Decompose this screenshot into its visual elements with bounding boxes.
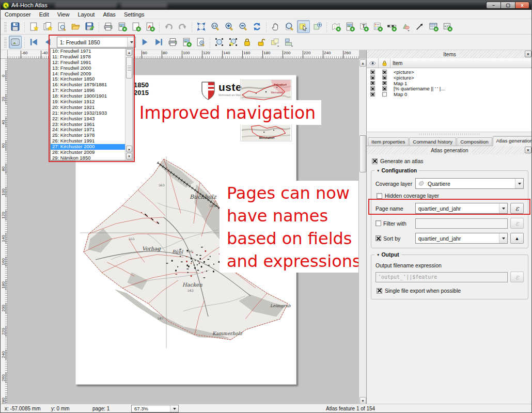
items-panel-close-icon[interactable]: × bbox=[525, 51, 531, 57]
dropdown-item[interactable]: 29: Nänikon 1850 bbox=[51, 155, 125, 160]
item-visible-checkbox[interactable] bbox=[370, 86, 375, 91]
scroll-down-icon[interactable]: ▼ bbox=[359, 397, 366, 404]
dropdown-scroll-thumb[interactable] bbox=[126, 57, 132, 78]
dropdown-scroll-up-icon[interactable]: ▲ bbox=[126, 49, 132, 56]
lock-items-button[interactable] bbox=[241, 36, 254, 49]
refresh-view-button[interactable] bbox=[251, 20, 263, 33]
panel-splitter[interactable] bbox=[367, 132, 532, 136]
item-locked-checkbox[interactable] bbox=[382, 81, 387, 86]
item-visible-checkbox[interactable] bbox=[370, 75, 375, 80]
duplicate-composition-button[interactable] bbox=[41, 20, 54, 33]
previous-feature-button[interactable] bbox=[41, 36, 54, 49]
items-list-row[interactable]: [% quartiername || ' ' |... bbox=[367, 86, 532, 91]
sort-by-combo[interactable]: quartier_und_jahr bbox=[415, 233, 508, 244]
zoom-region-button[interactable] bbox=[283, 20, 296, 33]
item-visible-checkbox[interactable] bbox=[370, 92, 375, 97]
tab-composition[interactable]: Composition bbox=[457, 137, 492, 146]
page-name-expression-button[interactable]: ε bbox=[510, 203, 524, 214]
add-arrow-button[interactable] bbox=[413, 20, 426, 33]
scroll-up-icon[interactable]: ▲ bbox=[359, 59, 366, 67]
tab-command-history[interactable]: Command history bbox=[409, 137, 456, 146]
item-locked-checkbox[interactable] bbox=[382, 86, 387, 91]
items-list-row[interactable]: Map 0 bbox=[367, 91, 532, 97]
add-attribute-table-button[interactable] bbox=[427, 20, 440, 33]
minimize-button[interactable]: – bbox=[486, 2, 500, 9]
items-list-row[interactable]: <picture> bbox=[367, 75, 532, 81]
tab-atlas-generation[interactable]: Atlas generation bbox=[493, 136, 532, 146]
item-visible-checkbox[interactable] bbox=[370, 81, 375, 86]
single-file-export-checkbox[interactable] bbox=[377, 288, 382, 294]
menu-atlas[interactable]: Atlas bbox=[99, 10, 119, 19]
group-items-button[interactable] bbox=[269, 36, 281, 49]
collapse-triangle-icon[interactable]: ▼ bbox=[377, 253, 380, 257]
redo-button[interactable] bbox=[176, 20, 189, 33]
dropdown-scroll-down-icon[interactable]: ▼ bbox=[126, 153, 132, 160]
item-column-header[interactable]: Item bbox=[390, 58, 532, 68]
add-image-button[interactable] bbox=[343, 20, 356, 33]
item-locked-checkbox[interactable] bbox=[382, 75, 387, 80]
zoom-level-combo[interactable]: 67.3% bbox=[131, 405, 179, 412]
item-visible-checkbox[interactable] bbox=[370, 70, 375, 74]
collapse-triangle-icon[interactable]: ▼ bbox=[377, 169, 380, 172]
menu-settings[interactable]: Settings bbox=[120, 10, 149, 19]
filter-expression-button[interactable]: ε bbox=[510, 218, 524, 229]
add-scalebar-button[interactable] bbox=[385, 20, 398, 33]
zoom-out-button[interactable] bbox=[237, 20, 249, 33]
select-move-item-button[interactable] bbox=[297, 20, 310, 33]
zoom-full-button[interactable] bbox=[195, 20, 208, 33]
coverage-layer-combo[interactable]: Quartiere bbox=[415, 178, 524, 189]
zoom-in-button[interactable] bbox=[223, 20, 236, 33]
canvas-vertical-scrollbar[interactable]: ▲ ▼ bbox=[358, 59, 366, 405]
align-items-button[interactable] bbox=[283, 36, 295, 49]
menu-composer[interactable]: Composer bbox=[1, 10, 35, 19]
zoom-actual-button[interactable]: 1:1 bbox=[209, 20, 222, 33]
move-item-content-button[interactable] bbox=[311, 20, 324, 33]
items-list-row[interactable]: Map 1 bbox=[367, 81, 532, 86]
first-feature-button[interactable] bbox=[27, 36, 40, 49]
tab-item-properties[interactable]: Item properties bbox=[368, 137, 409, 146]
dropdown-item[interactable]: 13: Freudwil 2000 bbox=[51, 66, 125, 71]
export-atlas-image-button[interactable] bbox=[180, 36, 193, 49]
generate-atlas-checkbox[interactable] bbox=[372, 158, 378, 164]
filter-input[interactable] bbox=[415, 218, 508, 229]
lock-column-header[interactable] bbox=[379, 58, 390, 68]
menu-layout[interactable]: Layout bbox=[73, 10, 99, 19]
sort-by-checkbox[interactable] bbox=[375, 235, 381, 241]
pan-button[interactable] bbox=[269, 20, 282, 33]
unlock-items-button[interactable] bbox=[255, 36, 268, 49]
open-folder-button[interactable] bbox=[69, 20, 82, 33]
close-button[interactable]: x bbox=[515, 2, 529, 9]
atlas-preview-button[interactable] bbox=[9, 36, 22, 49]
new-composition-button[interactable] bbox=[27, 20, 40, 33]
undo-button[interactable] bbox=[162, 20, 175, 33]
item-locked-checkbox[interactable] bbox=[382, 92, 387, 97]
item-locked-checkbox[interactable] bbox=[382, 70, 387, 74]
atlas-panel-close-icon[interactable]: × bbox=[525, 147, 531, 153]
add-label-button[interactable]: T bbox=[357, 20, 370, 33]
scrollbar-thumb[interactable] bbox=[359, 135, 366, 172]
filter-with-checkbox[interactable] bbox=[375, 220, 381, 226]
toolbar-grip[interactable] bbox=[4, 22, 7, 32]
dropdown-item[interactable]: 22: Kirchuster 1943 bbox=[51, 116, 125, 122]
zoom-to-item-alt-button[interactable] bbox=[227, 36, 240, 49]
zoom-to-item-button[interactable] bbox=[213, 36, 226, 49]
dropdown-scrollbar[interactable]: ▲ ▲ ▼ bbox=[125, 49, 133, 160]
print-atlas-button[interactable] bbox=[166, 36, 179, 49]
add-map-button[interactable] bbox=[330, 20, 342, 33]
save-project-button[interactable] bbox=[9, 20, 22, 33]
add-legend-button[interactable] bbox=[371, 20, 384, 33]
add-shape-button[interactable] bbox=[399, 20, 412, 33]
add-html-frame-button[interactable]: </> bbox=[441, 20, 454, 33]
page-name-combo[interactable]: quartier_und_jahr bbox=[415, 203, 508, 214]
menu-view[interactable]: View bbox=[53, 10, 74, 19]
next-feature-button[interactable] bbox=[138, 36, 151, 49]
composer-manager-button[interactable] bbox=[55, 20, 68, 33]
sort-direction-button[interactable]: ▲ bbox=[510, 233, 524, 244]
export-image-button[interactable] bbox=[116, 20, 129, 33]
maximize-button[interactable]: ▢ bbox=[500, 2, 515, 9]
atlas-feature-combo[interactable]: 1: Freudwil 1850 bbox=[57, 37, 136, 47]
export-pdf-button[interactable]: A bbox=[144, 20, 157, 33]
output-expression-button[interactable]: ε bbox=[510, 272, 524, 282]
visibility-column-header[interactable] bbox=[367, 58, 379, 68]
combo-arrow-icon[interactable] bbox=[127, 37, 135, 47]
